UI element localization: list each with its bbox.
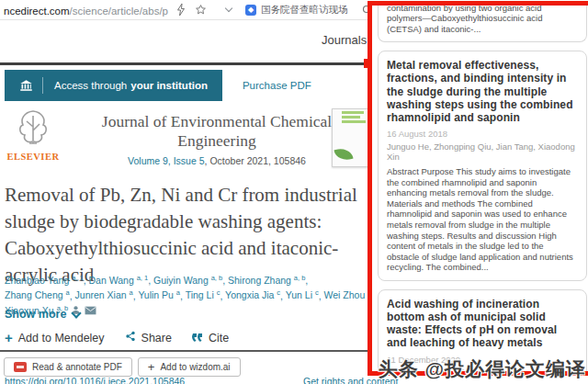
author-link[interactable]: Yulin Pu a (138, 289, 180, 300)
author-link[interactable]: Yun Li c (286, 289, 319, 300)
wizdom-label: Add to wizdom.ai (160, 362, 230, 372)
author-link[interactable]: Junren Xian a (75, 289, 133, 300)
card-title-link[interactable]: Metal removal effectiveness, fractions, … (387, 59, 578, 124)
share-label: Share (141, 332, 172, 344)
elsevier-tree-icon (15, 134, 51, 150)
url-path: /science/article/abs/p (70, 6, 168, 17)
nav-journals-link[interactable]: Journals (322, 33, 367, 47)
bookmark-label: 国务院督查暗访现场 (261, 4, 348, 17)
purchase-pdf-link[interactable]: Purchase PDF (243, 80, 311, 91)
share-icon (125, 331, 136, 344)
add-to-mendeley-button[interactable]: + Add to Mendeley (5, 331, 105, 344)
url-host: ncedirect.com (4, 6, 70, 17)
bookmark-item[interactable]: ◆ 国务院督查暗访现场 (245, 4, 348, 17)
envelope-icon[interactable] (85, 304, 96, 319)
author-link[interactable]: Yongxia Jia c (225, 289, 280, 300)
add-to-wizdom-button[interactable]: + Add to wizdom.ai (138, 357, 241, 377)
address-bar[interactable]: ncedirect.com/science/article/abs/p (4, 2, 168, 18)
author-link[interactable]: Guiyin Wang a, b (153, 275, 222, 286)
mendeley-label: Add to Mendeley (18, 332, 105, 344)
elsevier-wordmark: ELSEVIER (5, 152, 62, 162)
journal-issue-line: Volume 9, Issue 5, October 2021, 105846 (62, 155, 372, 166)
author-link[interactable]: Shirong Zhang a, b (228, 275, 305, 286)
card-authors: Junguo He, Zhongping Qiu, Jian Tang, Xia… (387, 141, 578, 162)
recommended-article-card: strategy that circumvents the risk of se… (378, 1, 587, 42)
recommended-article-card: Metal removal effectiveness, fractions, … (378, 51, 587, 281)
button-divider (42, 77, 43, 94)
author-link[interactable]: Ting Li c (186, 289, 220, 300)
card-date: 16 August 2018 (387, 129, 578, 139)
author-link[interactable]: Zhang Cheng a (5, 289, 70, 300)
access-institution-button[interactable]: Access throughyour institution (5, 70, 222, 101)
read-annotate-label: Read & annotate PDF (32, 362, 122, 372)
volume-issue-link[interactable]: Volume 9, Issue 5 (128, 155, 204, 166)
card-abstract: strategy that circumvents the risk of se… (387, 1, 578, 34)
pdf-icon (14, 362, 27, 372)
elsevier-logo[interactable]: ELSEVIER (5, 108, 62, 166)
card-title-link[interactable]: Acid washing of incineration bottom ash … (387, 298, 578, 350)
show-more-button[interactable]: Show more (5, 308, 80, 321)
cite-button[interactable]: Cite (192, 332, 229, 344)
journal-title-link[interactable]: Journal of Environmental Chemical Engine… (62, 112, 372, 151)
watermark-text: 头条 @投必得论文编译 (379, 356, 586, 382)
lightning-icon[interactable] (174, 3, 188, 17)
chevron-down-icon (72, 308, 82, 318)
bookmark-star-icon[interactable] (194, 3, 209, 17)
read-annotate-pdf-button[interactable]: Read & annotate PDF (4, 357, 132, 377)
author-link[interactable]: Wei Zhou c (323, 289, 370, 300)
cite-label: Cite (209, 332, 229, 344)
share-button[interactable]: Share (125, 331, 172, 344)
doi-link[interactable]: https://doi.org/10.1016/j.jece.2021.1058… (5, 376, 185, 384)
show-more-label: Show more (5, 308, 66, 321)
journal-banner: ELSEVIER Journal of Environmental Chemic… (5, 108, 372, 166)
cover-art (334, 146, 353, 163)
author-link[interactable]: Zhanbiao Yang a, 1 (5, 275, 84, 286)
institution-icon (19, 79, 33, 93)
plus-icon: + (5, 331, 13, 344)
author-link[interactable]: Dan Wang a, 1 (89, 275, 149, 286)
quote-icon (192, 332, 203, 344)
plus-icon: + (148, 360, 155, 374)
recommended-articles-panel: strategy that circumvents the risk of se… (368, 1, 588, 376)
card-abstract: Abstract Purpose This study aims to inve… (387, 166, 578, 273)
annotation-notch (364, 59, 371, 68)
chevron-down-icon[interactable] (221, 3, 236, 17)
issue-info: , October 2021, 105846 (205, 155, 306, 166)
access-button-label: Access throughyour institution (54, 80, 208, 91)
bookmark-favicon: ◆ (245, 5, 256, 16)
